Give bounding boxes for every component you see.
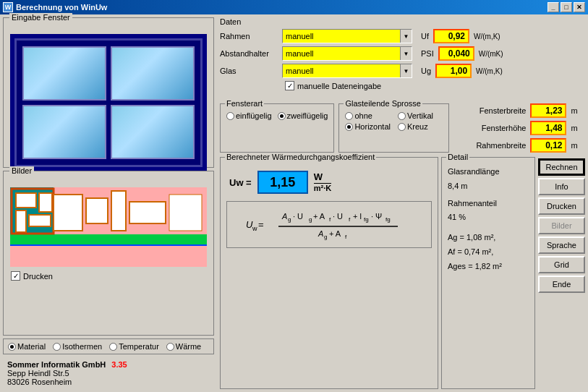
waerme-label: Wärme	[176, 342, 201, 351]
close-button[interactable]: ✕	[574, 2, 585, 12]
rechnen-button[interactable]: Rechnen	[538, 158, 585, 176]
ohne-radio[interactable]	[345, 112, 353, 120]
fensterhoehe-value: 1,48	[530, 121, 566, 135]
fensterhoehe-unit: m	[571, 124, 579, 132]
glas-ug-value: 1,00	[435, 64, 472, 78]
left-panel: Eingabe Fenster Bilder	[0, 14, 217, 392]
eingabe-fenster-label: Eingabe Fenster	[9, 13, 72, 22]
waerme-radio[interactable]	[166, 343, 174, 351]
zweifluegelig-radio[interactable]	[278, 112, 286, 120]
rahmen-label: Rahmen	[220, 32, 278, 41]
anzeige-waerme[interactable]: Wärme	[166, 342, 201, 351]
sprossen-options: ohne Vertikal Horizontal Kreuz	[345, 111, 443, 131]
svg-text:w: w	[252, 225, 257, 232]
window-preview	[10, 34, 207, 171]
window-grid	[14, 38, 203, 167]
window-controls: _ □ ✕	[547, 2, 585, 12]
temperatur-label: Temperatur	[119, 342, 159, 351]
anzeige-isothermen[interactable]: Isothermen	[53, 342, 102, 351]
buttons-column: Rechnen Info Drucken Bilder Sprache Grid…	[538, 157, 585, 389]
svg-text:fg: fg	[364, 216, 369, 223]
anzeige-box: Material Isothermen Temperatur Wärme	[3, 338, 214, 354]
einfluegelig-option[interactable]: einflügelig	[226, 111, 272, 120]
title-text: Berechnung von WinUw	[16, 3, 107, 12]
info-button[interactable]: Info	[538, 178, 585, 195]
rahmen-coeff-label: Uf	[421, 32, 429, 41]
fensterart-box: Fensterart einflügelig zweiflügelig	[220, 103, 334, 153]
kreuz-option[interactable]: Kreuz	[398, 122, 443, 131]
formula-svg: U w = A g · U g + A f · U f + l fg	[242, 205, 416, 244]
vertikal-option[interactable]: Vertikal	[398, 111, 443, 120]
uw-display: Uw = 1,15 W m²·K	[226, 168, 432, 197]
rahmenbreite-value: 0,12	[530, 138, 566, 153]
bilder-svg	[10, 187, 207, 267]
sprossen-box: Glasteilende Sprosse ohne Vertikal Horiz…	[338, 103, 449, 153]
manuelle-checkbox[interactable]: ✓	[285, 81, 294, 90]
vertikal-radio[interactable]	[398, 112, 406, 120]
svg-rect-10	[111, 191, 126, 231]
uw-unit-bottom: m²·K	[314, 183, 331, 193]
svg-rect-12	[169, 195, 202, 231]
abstandhalter-combo-arrow[interactable]: ▼	[400, 47, 412, 60]
glas-combo[interactable]: manuell ▼	[282, 64, 412, 78]
rahmen-combo-arrow[interactable]: ▼	[400, 30, 412, 43]
svg-rect-4	[16, 210, 26, 232]
fenster-dims: Fensterbreite 1,23 m Fensterhöhe 1,48 m …	[461, 103, 579, 153]
fensterbreite-label: Fensterbreite	[461, 106, 526, 115]
svg-text:g: g	[324, 234, 327, 240]
kreuz-radio[interactable]	[398, 123, 406, 131]
drucken-button[interactable]: Drucken	[538, 197, 585, 215]
minimize-button[interactable]: _	[547, 2, 559, 12]
anzeige-temperatur[interactable]: Temperatur	[109, 342, 159, 351]
sprache-button[interactable]: Sprache	[538, 237, 585, 254]
svg-text:f: f	[345, 234, 347, 240]
drucken-checkbox[interactable]: ✓	[11, 271, 20, 281]
vertikal-label: Vertikal	[407, 111, 433, 120]
manuelle-row: ✓ manuelle Dateneingabe	[285, 81, 585, 90]
bilder-label: Bilder	[9, 166, 34, 175]
abstandhalter-label: Abstandhalter	[220, 49, 278, 58]
svg-rect-8	[54, 195, 82, 231]
zweifluegelig-option[interactable]: zweiflügelig	[278, 111, 328, 120]
anzeige-material[interactable]: Material	[8, 342, 46, 351]
ages-label: Ages =	[448, 262, 473, 270]
ohne-option[interactable]: ohne	[345, 111, 391, 120]
sprossen-title: Glasteilende Sprosse	[344, 99, 422, 108]
svg-text:+ A: + A	[313, 212, 325, 221]
abstandhalter-unit: W/(mK)	[479, 50, 503, 58]
glas-label: Glas	[220, 67, 278, 75]
material-radio[interactable]	[8, 343, 16, 351]
bilder-content	[10, 187, 207, 267]
svg-rect-11	[129, 202, 166, 223]
uw-unit: W m²·K	[314, 171, 331, 193]
rahmenbreite-row: Rahmenbreite 0,12 m	[461, 138, 579, 153]
ende-button[interactable]: Ende	[538, 276, 585, 293]
rahmen-combo[interactable]: manuell ▼	[282, 29, 412, 43]
grid-button[interactable]: Grid	[538, 256, 585, 273]
horizontal-option[interactable]: Horizontal	[345, 122, 391, 131]
abstandhalter-coeff-label: PSI	[421, 49, 434, 58]
uw-unit-top: W	[314, 171, 331, 183]
svg-rect-1	[10, 234, 207, 244]
svg-rect-3	[16, 193, 36, 208]
einfluegelig-radio[interactable]	[226, 112, 234, 120]
maximize-button[interactable]: □	[561, 2, 572, 12]
rahmenbreite-label: Rahmenbreite	[461, 141, 526, 150]
zweifluegelig-label: zweiflügelig	[287, 111, 328, 120]
manuelle-label: manuelle Dateneingabe	[297, 82, 381, 90]
bilder-button[interactable]: Bilder	[538, 217, 585, 234]
bilder-box: Bilder	[3, 171, 214, 336]
temperatur-radio[interactable]	[109, 343, 117, 351]
waerme-box: Berechneter Wärmedurchgangskoeffizient U…	[220, 157, 438, 389]
isothermen-radio[interactable]	[53, 343, 61, 351]
drucken-label: Drucken	[23, 272, 53, 281]
glas-combo-arrow[interactable]: ▼	[400, 64, 412, 77]
fensterart-options: einflügelig zweiflügelig	[226, 111, 328, 120]
abstandhalter-psi-value: 0,040	[438, 46, 474, 61]
formula-area: U w = A g · U g + A f · U f + l fg	[226, 201, 432, 248]
svg-text:f: f	[329, 216, 331, 223]
abstandhalter-combo[interactable]: manuell ▼	[282, 46, 412, 61]
detail-title: Detail	[446, 153, 469, 161]
abstandhalter-combo-value: manuell	[286, 49, 314, 58]
horizontal-radio[interactable]	[345, 123, 353, 131]
